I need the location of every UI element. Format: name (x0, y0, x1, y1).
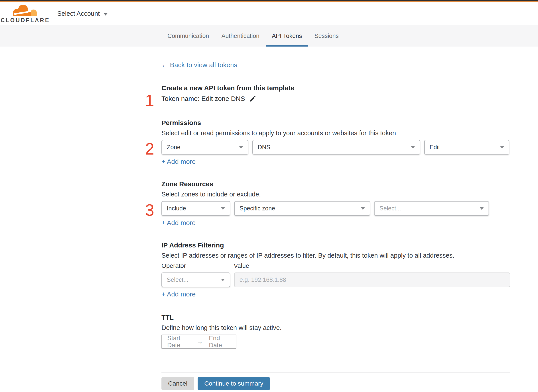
cancel-button[interactable]: Cancel (161, 377, 194, 390)
dropdown-caret-icon (361, 207, 365, 210)
app-header: CLOUDFLARE Select Account (0, 2, 538, 25)
dropdown-caret-icon (411, 146, 415, 149)
select-value: Specific zone (239, 205, 275, 212)
zone-picker-select[interactable]: Select... (374, 201, 489, 216)
top-orange-accent-bar (0, 1, 538, 2)
footer-divider (161, 372, 510, 373)
chevron-down-icon (103, 13, 108, 15)
ip-value-input[interactable] (234, 272, 510, 287)
zone-resources-add-more-button[interactable]: + Add more (161, 218, 196, 227)
active-tab-underline (266, 45, 308, 47)
edit-token-name-button[interactable] (249, 95, 257, 103)
end-date-placeholder: End Date (209, 335, 231, 349)
zone-resources-description: Select zones to include or exclude. (161, 190, 510, 198)
dropdown-caret-icon (221, 207, 225, 210)
ip-operator-select[interactable]: Select... (161, 272, 230, 287)
tab-label: Communication (168, 33, 209, 39)
cloudflare-wordmark: CLOUDFLARE (1, 17, 50, 23)
permissions-add-more-button[interactable]: + Add more (161, 157, 196, 166)
ttl-section: TTL Define how long this token will stay… (161, 313, 510, 349)
back-to-tokens-link[interactable]: ← Back to view all tokens (161, 61, 237, 69)
ttl-date-range-picker[interactable]: Start Date → End Date (161, 335, 236, 349)
step-marker-3: 3 (145, 202, 154, 218)
select-value: Zone (167, 144, 181, 151)
permissions-section: 2 Permissions Select edit or read permis… (161, 119, 510, 166)
dropdown-caret-icon (500, 146, 504, 149)
select-placeholder: Select... (379, 205, 401, 212)
ttl-title: TTL (161, 313, 510, 322)
pencil-icon (249, 95, 257, 103)
tab-label: Sessions (314, 33, 339, 39)
dropdown-caret-icon (221, 279, 225, 281)
zone-resources-section: 3 Zone Resources Select zones to include… (161, 180, 510, 227)
profile-tabbar: Communication Authentication API Tokens … (0, 25, 538, 47)
permission-scope-select[interactable]: Zone (161, 140, 248, 154)
token-name-value: Token name: Edit zone DNS (161, 94, 245, 103)
permission-group-select[interactable]: DNS (252, 140, 420, 154)
select-value: Include (167, 205, 186, 212)
select-value: DNS (258, 144, 270, 151)
tab-label: Authentication (222, 33, 259, 39)
tab-sessions[interactable]: Sessions (308, 25, 345, 47)
value-label: Value (234, 262, 249, 269)
zone-scope-select[interactable]: Specific zone (234, 201, 370, 216)
tab-label: API Tokens (272, 33, 302, 39)
continue-to-summary-button[interactable]: Continue to summary (198, 377, 270, 390)
create-token-form: ← Back to view all tokens 1 Create a new… (161, 47, 510, 390)
step-marker-2: 2 (145, 141, 154, 157)
zone-resources-title: Zone Resources (161, 180, 510, 188)
token-name-section: 1 Create a new API token from this templ… (161, 84, 510, 103)
ip-filtering-add-more-button[interactable]: + Add more (161, 290, 196, 299)
step-marker-1: 1 (145, 92, 154, 109)
ttl-description: Define how long this token will stay act… (161, 324, 510, 332)
operator-label: Operator (161, 262, 234, 269)
permissions-title: Permissions (161, 119, 510, 127)
permissions-description: Select edit or read permissions to apply… (161, 129, 510, 137)
cloudflare-logo[interactable]: CLOUDFLARE (6, 4, 45, 23)
ip-filtering-section: IP Address Filtering Select IP addresses… (161, 241, 510, 299)
select-account-label: Select Account (57, 10, 100, 17)
select-account-dropdown[interactable]: Select Account (57, 10, 108, 17)
ip-filtering-description: Select IP addresses or ranges of IP addr… (161, 252, 510, 260)
start-date-placeholder: Start Date (167, 335, 191, 349)
tab-authentication[interactable]: Authentication (215, 25, 266, 47)
select-placeholder: Select... (167, 276, 188, 283)
cloudflare-cloud-icon (11, 4, 40, 18)
arrow-right-icon: → (196, 338, 203, 345)
tab-api-tokens[interactable]: API Tokens (266, 25, 308, 47)
page-title: Create a new API token from this templat… (161, 84, 510, 92)
dropdown-caret-icon (480, 207, 484, 210)
form-actions: Cancel Continue to summary (161, 377, 510, 390)
ip-filtering-title: IP Address Filtering (161, 241, 510, 249)
select-value: Edit (430, 144, 440, 151)
permission-level-select[interactable]: Edit (424, 140, 509, 154)
dropdown-caret-icon (239, 146, 243, 149)
zone-include-exclude-select[interactable]: Include (161, 201, 230, 216)
tab-communication[interactable]: Communication (161, 25, 215, 47)
